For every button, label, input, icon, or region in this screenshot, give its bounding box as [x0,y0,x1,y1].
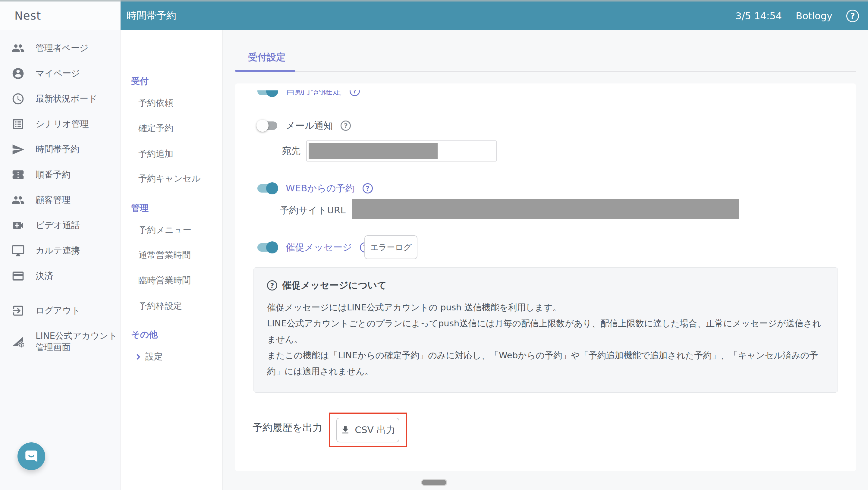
sidebar-item-label: 順番予約 [36,169,70,181]
chevron-right-icon [134,353,142,361]
sidebar-item-scenario[interactable]: シナリオ管理 [0,112,120,137]
main-content: 受付設定 自動予約確定 ? メール通知 ? 宛先 [223,30,868,490]
help-icon: ? [267,280,277,290]
sidebar-item-payment[interactable]: 決済 [0,264,120,289]
sidebar-item-logout[interactable]: ログアウト [0,298,120,323]
subnav-item-reservation-menu[interactable]: 予約メニュー [138,224,191,236]
sidebar-footer-nav: ログアウト LINE公式アカウント 管理画面 [0,298,120,360]
reminder-label: 催促メッセージ [286,241,352,254]
reminder-row: 催促メッセージ ? [257,239,370,256]
people-icon [11,193,25,207]
sidebar-item-customers[interactable]: 顧客管理 [0,187,120,213]
sidebar-item-queue-reservation[interactable]: 順番予約 [0,162,120,187]
sidebar-item-video-call[interactable]: ビデオ通話 [0,213,120,238]
reservation-site-url-label: 予約サイトURL [280,204,346,217]
sidebar-item-label: ログアウト [36,305,80,317]
page-title: 時間帯予約 [121,9,176,23]
sidebar-item-label: ビデオ通話 [36,219,80,232]
account-name[interactable]: Botlogy [796,10,832,22]
export-history-label: 予約履歴を出力 [253,421,322,434]
sidebar-item-karte-link[interactable]: カルテ連携 [0,238,120,264]
chat-bubble-icon [24,449,39,464]
annotation-highlight-box: CSV 出力 [329,412,407,447]
subnav-item-settings[interactable]: 設定 [134,350,163,364]
subnav-item-cancel-reservation[interactable]: 予約キャンセル [138,172,200,185]
sidebar-item-label: 最新状況ボード [36,93,97,105]
info-line: またこの機能は「LINEからの確定予約」のみに対応し、「Webからの予約」や「予… [267,347,824,379]
settings-card: 自動予約確定 ? メール通知 ? 宛先 WEBからの予約 ? 予約サイトURL [235,84,856,471]
sidebar-item-status-board[interactable]: 最新状況ボード [0,86,120,112]
info-box-title: 催促メッセージについて [282,279,387,292]
reminder-info-box: ? 催促メッセージについて 催促メッセージにはLINE公式アカウントの push… [253,267,838,393]
credit-card-icon [11,269,25,283]
csv-export-button[interactable]: CSV 出力 [336,418,399,442]
sidebar-item-timeslot-reservation[interactable]: 時間帯予約 [0,137,120,162]
reminder-toggle[interactable] [257,243,277,252]
brand-name: Nest [14,9,41,22]
ticket-icon [11,168,25,181]
redacted-url-value [352,199,739,219]
sidebar-divider [0,293,120,293]
chat-fab-button[interactable] [18,442,45,470]
send-icon [11,143,25,156]
info-box-title-row: ? 催促メッセージについて [267,279,824,292]
mail-dest-label: 宛先 [282,145,301,157]
mail-notify-label: メール通知 [286,119,333,132]
download-icon [340,425,350,435]
help-icon[interactable]: ? [350,90,360,96]
section-header-other: その他 [131,328,158,341]
info-line: LINE公式アカウントごとのプランによってpush送信には月毎の配信上限数があり… [267,315,824,347]
web-reservation-label: WEBからの予約 [286,182,355,195]
monitor-icon [11,244,25,257]
redacted-value [309,143,438,159]
subnav-item-add-reservation[interactable]: 予約追加 [138,147,173,160]
logout-icon [11,304,25,317]
sidebar-item-label: 決済 [36,270,53,282]
appbar-right-group: 3/5 14:54 Botlogy ? [735,10,868,22]
web-reservation-toggle[interactable] [257,184,277,192]
clipped-setting-row: 自動予約確定 ? [235,90,856,99]
sidebar-item-label: マイページ [36,67,80,80]
main-sidebar: Nest 管理者ページ マイページ 最新状況ボード シナリオ管理 時間帯予約 [0,1,121,490]
sidebar-item-admin-page[interactable]: 管理者ページ [0,36,120,61]
mail-notify-row: メール通知 ? [257,117,351,134]
csv-button-label: CSV 出力 [355,424,395,436]
account-circle-icon [11,67,25,80]
sidebar-item-label: 管理者ページ [36,42,88,54]
error-log-button[interactable]: エラーログ [364,235,417,259]
sidebar-item-my-page[interactable]: マイページ [0,61,120,86]
video-call-icon [11,219,25,232]
sidebar-item-line-admin[interactable]: LINE公式アカウント 管理画面 [0,323,120,360]
app-screen: Nest 管理者ページ マイページ 最新状況ボード シナリオ管理 時間帯予約 [0,0,868,490]
sidebar-item-label: シナリオ管理 [36,118,89,130]
main-nav: 管理者ページ マイページ 最新状況ボード シナリオ管理 時間帯予約 順番予約 [0,30,120,289]
auto-confirm-toggle[interactable] [257,90,277,95]
people-icon [11,41,25,55]
subnav-item-label: 設定 [145,351,163,363]
help-icon[interactable]: ? [363,183,373,193]
subnav-item-slot-settings[interactable]: 予約枠設定 [138,300,182,312]
tab-reception-settings[interactable]: 受付設定 [248,51,285,64]
subnav-item-normal-hours[interactable]: 通常営業時間 [138,249,191,261]
sub-sidebar: 受付 予約依頼 確定予約 予約追加 予約キャンセル 管理 予約メニュー 通常営業… [121,30,223,490]
help-circle-icon[interactable]: ? [846,10,859,22]
info-box-body: 催促メッセージにはLINE公式アカウントの push 送信機能を利用します。 L… [267,300,824,379]
clock-icon [11,92,25,105]
horizontal-scrollbar-thumb[interactable] [422,480,446,485]
auto-confirm-label: 自動予約確定 [286,90,342,97]
help-icon[interactable]: ? [341,121,351,131]
mail-dest-input[interactable] [306,141,497,161]
subnav-item-temporary-hours[interactable]: 臨時営業時間 [138,274,191,286]
list-icon [11,118,25,131]
sidebar-item-label: カルテ連携 [36,245,80,257]
subnav-item-reservation-request[interactable]: 予約依頼 [138,96,173,109]
auto-confirm-row: 自動予約確定 ? [257,90,360,99]
subnav-item-confirmed-reservation[interactable]: 確定予約 [138,122,173,134]
appbar: 時間帯予約 3/5 14:54 Botlogy ? [121,1,868,30]
datetime-label: 3/5 14:54 [735,10,782,22]
web-reservation-row: WEBからの予約 ? [257,180,373,197]
sidebar-item-label: LINE公式アカウント 管理画面 [36,330,117,353]
mail-notify-toggle[interactable] [257,121,277,130]
section-header-management: 管理 [131,202,149,214]
section-header-reception: 受付 [131,75,149,87]
